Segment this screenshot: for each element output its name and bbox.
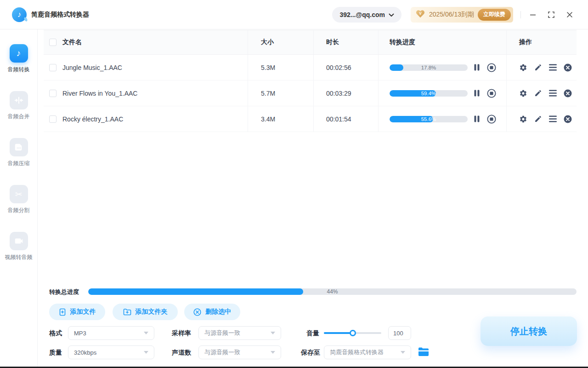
file-size: 5.3M [248, 55, 314, 80]
row-checkbox[interactable] [49, 115, 57, 123]
sidebar-item-label: 视频转音频 [5, 253, 33, 261]
remove-button[interactable] [564, 63, 572, 72]
task-list-button[interactable] [549, 90, 557, 97]
row-checkbox[interactable] [49, 90, 57, 97]
topbar: ♪ 简鹿音频格式转换器 392...@qq.com V 2025/06/13到期… [0, 0, 588, 29]
col-header-size: 大小 [261, 38, 274, 46]
rename-button[interactable] [534, 63, 542, 71]
quality-select[interactable]: 320kbps [68, 345, 154, 359]
sidebar-item-label: 音频转换 [8, 66, 30, 74]
delete-circle-icon [193, 308, 201, 316]
open-folder-button[interactable] [418, 347, 429, 356]
total-progress-text: 44% [88, 288, 577, 295]
delete-selected-button[interactable]: 删除选中 [184, 304, 240, 320]
footer-buttons: 添加文件 添加文件夹 删除选中 [49, 304, 240, 320]
rename-button[interactable] [534, 89, 542, 97]
channels-label: 声道数 [172, 345, 191, 359]
dropdown-arrow-icon [144, 332, 148, 334]
volume-slider-thumb[interactable] [350, 330, 356, 336]
task-list-button[interactable] [549, 64, 557, 71]
save-to-value: 简鹿音频格式转换器 [330, 348, 384, 356]
pause-icon [474, 64, 480, 71]
add-folder-button[interactable]: 添加文件夹 [113, 304, 178, 320]
pause-button[interactable] [474, 90, 480, 97]
sidebar-item-video-to-audio[interactable]: 视频转音频 [5, 232, 33, 261]
volume-label: 音量 [306, 326, 319, 340]
format-select[interactable]: MP3 [68, 326, 154, 340]
row-progress-bar: 55.6% [390, 116, 468, 122]
music-note-icon: ♪ [10, 44, 28, 63]
volume-slider[interactable] [324, 332, 381, 334]
row-progress-text: 59.4% [390, 90, 468, 97]
remove-button[interactable] [564, 89, 572, 98]
renew-button[interactable]: 立即续费 [478, 9, 511, 21]
account-email: 392...@qq.com [339, 11, 384, 18]
window-controls-divider [520, 11, 521, 18]
save-to-label: 保存至 [301, 345, 320, 359]
minimize-icon [530, 12, 536, 18]
task-list-button[interactable] [549, 115, 557, 122]
settings-button[interactable] [519, 115, 527, 123]
add-file-button[interactable]: 添加文件 [49, 304, 105, 320]
add-file-label: 添加文件 [70, 308, 96, 316]
add-file-icon [59, 308, 66, 316]
settings-button[interactable] [519, 63, 527, 72]
sidebar-item-label: 音频合并 [8, 113, 30, 121]
table-row: River Flows in You_1.AAC 5.7M 00:03:29 5… [44, 80, 577, 106]
gear-icon [519, 115, 527, 123]
close-button[interactable] [560, 6, 579, 24]
sample-rate-select[interactable]: 与源音频一致 [198, 326, 281, 340]
add-folder-label: 添加文件夹 [136, 308, 168, 316]
rename-button[interactable] [534, 115, 542, 123]
pause-button[interactable] [474, 64, 480, 71]
chevron-down-icon [389, 11, 394, 19]
file-duration: 00:03:29 [314, 80, 379, 106]
gear-icon [519, 89, 527, 98]
app-logo-music-note-icon: ♪ [12, 7, 27, 22]
stop-icon [487, 89, 496, 98]
col-header-filename: 文件名 [62, 38, 82, 46]
gear-icon [519, 63, 527, 72]
select-all-checkbox[interactable] [49, 39, 57, 46]
dropdown-arrow-icon [271, 351, 275, 354]
vip-heart-icon: V [415, 9, 425, 20]
stop-conversion-button[interactable]: 停止转换 [481, 316, 577, 346]
sidebar: ♪ 音频转换 音频合并 音频压缩 ✂ 音频分割 视频转音频 [0, 29, 38, 368]
channels-select[interactable]: 与源音频一致 [198, 345, 281, 359]
maximize-icon [548, 12, 554, 18]
file-duration: 00:02:56 [314, 55, 379, 80]
sidebar-item-audio-split[interactable]: ✂ 音频分割 [8, 185, 30, 214]
table-header-row: 文件名 大小 时长 转换进度 操作 [44, 30, 577, 55]
format-label: 格式 [49, 326, 62, 340]
pencil-icon [534, 63, 542, 71]
settings-button[interactable] [519, 89, 527, 98]
save-to-select[interactable]: 简鹿音频格式转换器 [324, 345, 411, 359]
row-checkbox[interactable] [49, 64, 57, 71]
pause-button[interactable] [474, 115, 480, 122]
pencil-icon [534, 89, 542, 97]
vip-expiry-badge[interactable]: V 2025/06/13到期 立即续费 [411, 7, 513, 23]
remove-button[interactable] [564, 115, 572, 123]
minimize-button[interactable] [524, 6, 542, 24]
col-header-actions: 操作 [519, 38, 532, 46]
maximize-button[interactable] [542, 6, 560, 24]
list-icon [549, 64, 557, 71]
list-icon [549, 115, 557, 122]
sidebar-item-label: 音频分割 [8, 207, 30, 214]
sidebar-item-audio-convert[interactable]: ♪ 音频转换 [8, 44, 30, 74]
stop-button[interactable] [487, 115, 496, 124]
stop-button[interactable] [487, 89, 496, 98]
row-progress-text: 17.8% [390, 64, 468, 71]
pause-icon [474, 115, 480, 122]
table-row: Jungle Music_1.AAC 5.3M 00:02:56 17.8% [44, 55, 577, 80]
sample-rate-label: 采样率 [172, 326, 191, 340]
stop-button[interactable] [487, 63, 496, 72]
volume-input[interactable] [388, 326, 411, 340]
quality-label: 质量 [49, 345, 62, 359]
video-camera-icon [10, 232, 28, 250]
sidebar-item-audio-compress[interactable]: 音频压缩 [8, 138, 30, 167]
account-dropdown[interactable]: 392...@qq.com [332, 7, 401, 23]
channels-value: 与源音频一致 [204, 348, 240, 356]
sidebar-item-audio-merge[interactable]: 音频合并 [8, 91, 30, 121]
volume-slider-fill [324, 332, 353, 334]
